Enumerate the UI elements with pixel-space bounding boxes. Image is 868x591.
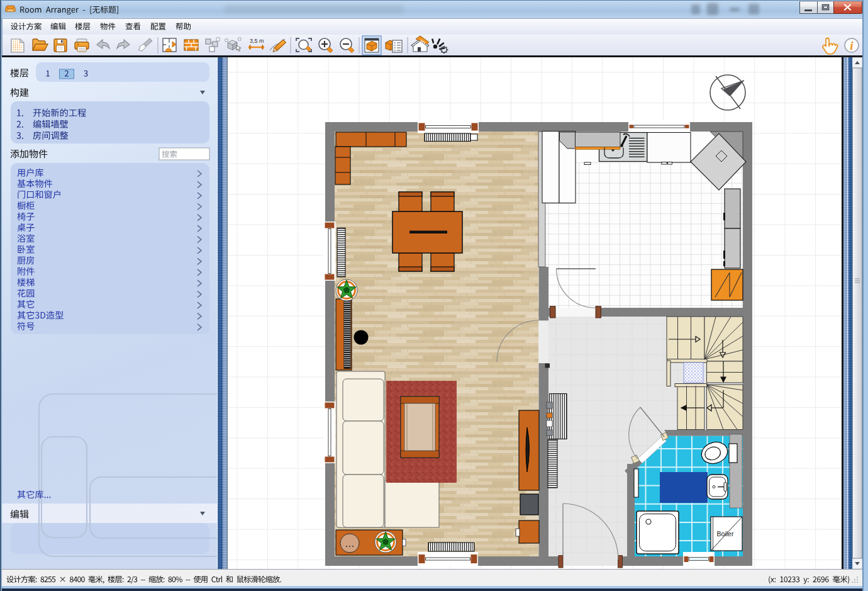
svg-text:i: i [850,39,854,52]
svg-text:3,5 m: 3,5 m [250,38,264,44]
svg-text:Boiler: Boiler [717,530,734,538]
